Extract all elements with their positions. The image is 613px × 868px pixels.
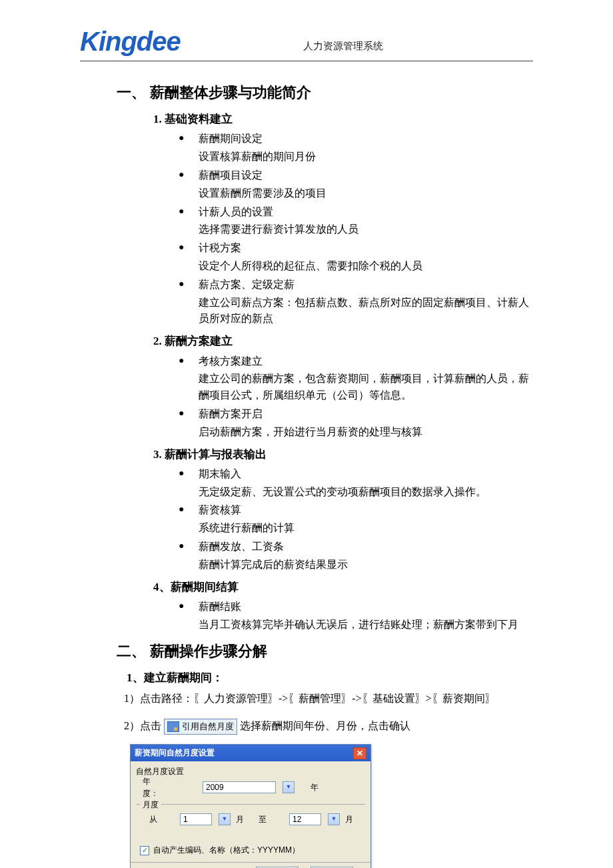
month-from-input[interactable]: 1 [180, 813, 212, 825]
list-item: 薪点方案、定级定薪 建立公司薪点方案：包括薪点数、薪点所对应的固定薪酬项目、计薪… [179, 277, 533, 327]
sub-1-3-list: 期末输入 无定级定薪、无设置公式的变动项薪酬项目的数据录入操作。 薪资核算 系统… [179, 466, 533, 573]
item-title: 薪酬发放、工资条 [199, 541, 284, 552]
month-to-label: 至 [259, 813, 267, 826]
item-title: 薪酬期间设定 [199, 133, 263, 144]
item-desc: 启动薪酬方案，开始进行当月薪资的处理与核算 [199, 424, 533, 441]
year-input[interactable]: 2009 [203, 781, 276, 793]
quote-month-label: 引用自然月度 [182, 720, 234, 733]
period-month-dialog: 薪资期间自然月度设置 ✕ 自然月度设置 年度： 2009 ▼ 年 [130, 744, 371, 868]
item-desc: 系统进行薪酬的计算 [199, 520, 533, 537]
item-desc: 当月工资核算完毕并确认无误后，进行结账处理；薪酬方案带到下月 [199, 617, 533, 633]
list-item: 薪酬结账 当月工资核算完毕并确认无误后，进行结账处理；薪酬方案带到下月 [179, 599, 533, 633]
document-icon [167, 721, 179, 732]
step-1-path: 1）点击路径：〖人力资源管理〗->〖薪酬管理〗->〖基础设置〗>〖薪资期间〗 [124, 691, 533, 707]
sub-1-2-list: 考核方案建立 建立公司的薪酬方案，包含薪资期间，薪酬项目，计算薪酬的人员，薪酬项… [179, 353, 533, 441]
item-desc: 设置薪酬所需要涉及的项目 [199, 185, 533, 202]
section-1-heading: 一、 薪酬整体步骤与功能简介 [117, 81, 533, 104]
list-item: 计薪人员的设置 选择需要进行薪资计算发放的人员 [179, 204, 533, 239]
dialog-separator [131, 862, 370, 863]
item-desc: 无定级定薪、无设置公式的变动项薪酬项目的数据录入操作。 [199, 484, 533, 501]
list-item: 薪酬项目设定 设置薪酬所需要涉及的项目 [179, 167, 533, 202]
sub-1-2-heading: 2. 薪酬方案建立 [153, 333, 533, 350]
header-subtitle: 人力资源管理系统 [154, 40, 533, 57]
list-item: 薪资核算 系统进行薪酬的计算 [179, 502, 533, 537]
item-title: 期末输入 [199, 468, 241, 479]
month-from-label: 从 [149, 813, 157, 826]
item-title: 薪点方案、定级定薪 [199, 279, 295, 290]
dialog-title-text: 薪资期间自然月度设置 [135, 747, 215, 759]
month-unit-1: 月 [236, 813, 244, 826]
month-unit-2: 月 [345, 813, 353, 826]
group-label: 自然月度设置 [136, 767, 184, 776]
chevron-down-icon[interactable]: ▼ [219, 813, 231, 825]
autogen-label: 自动产生编码、名称（格式：YYYYMM） [153, 844, 300, 857]
autogen-checkbox[interactable]: ✓ [140, 846, 149, 855]
step-2-line: 2）点击 引用自然月度 选择薪酬期间年份、月份，点击确认 [124, 718, 533, 735]
year-suffix: 年 [310, 781, 318, 794]
item-title: 薪资核算 [199, 504, 241, 515]
sub-1-1-list: 薪酬期间设定 设置核算薪酬的期间月份 薪酬项目设定 设置薪酬所需要涉及的项目 计… [179, 131, 533, 327]
item-title: 薪酬结账 [199, 601, 241, 612]
item-title: 薪酬方案开启 [199, 408, 263, 419]
list-item: 薪酬方案开启 启动薪酬方案，开始进行当月薪资的处理与核算 [179, 406, 533, 441]
item-title: 考核方案建立 [199, 355, 263, 367]
item-desc: 薪酬计算完成后的薪资结果显示 [199, 557, 533, 573]
step-2-suffix: 选择薪酬期间年份、月份，点击确认 [240, 720, 410, 731]
dialog-titlebar: 薪资期间自然月度设置 ✕ [131, 745, 370, 761]
sub-1-1-heading: 1. 基础资料建立 [153, 111, 533, 128]
sub-1-4-heading: 4、薪酬期间结算 [153, 579, 533, 596]
month-group-label: 月度 [140, 799, 161, 811]
list-item: 薪酬期间设定 设置核算薪酬的期间月份 [179, 131, 533, 165]
list-item: 计税方案 设定个人所得税的起征点、需要扣除个税的人员 [179, 240, 533, 275]
step-2-prefix: 2）点击 [124, 720, 161, 731]
year-label: 年度： [143, 775, 165, 800]
header-divider [80, 61, 533, 61]
chevron-down-icon[interactable]: ▼ [328, 813, 340, 825]
item-desc: 建立公司的薪酬方案，包含薪资期间，薪酬项目，计算薪酬的人员，薪酬项目公式，所属组… [199, 371, 533, 404]
sub-1-3-heading: 3. 薪酬计算与报表输出 [153, 446, 533, 463]
item-title: 薪酬项目设定 [199, 169, 263, 181]
month-to-input[interactable]: 12 [289, 813, 321, 825]
item-desc: 建立公司薪点方案：包括薪点数、薪点所对应的固定薪酬项目、计薪人员所对应的新点 [199, 295, 533, 328]
item-title: 计税方案 [199, 242, 241, 253]
item-desc: 设定个人所得税的起征点、需要扣除个税的人员 [199, 258, 533, 275]
item-desc: 选择需要进行薪资计算发放的人员 [199, 221, 533, 238]
chevron-down-icon[interactable]: ▼ [283, 781, 295, 793]
quote-month-button[interactable]: 引用自然月度 [164, 719, 237, 735]
sub-1-4-list: 薪酬结账 当月工资核算完毕并确认无误后，进行结账处理；薪酬方案带到下月 [179, 599, 533, 633]
item-title: 计薪人员的设置 [199, 206, 273, 217]
item-desc: 设置核算薪酬的期间月份 [199, 149, 533, 165]
close-icon[interactable]: ✕ [353, 747, 366, 759]
list-item: 期末输入 无定级定薪、无设置公式的变动项薪酬项目的数据录入操作。 [179, 466, 533, 501]
list-item: 薪酬发放、工资条 薪酬计算完成后的薪资结果显示 [179, 539, 533, 573]
section-2-heading: 二、 薪酬操作步骤分解 [117, 640, 533, 663]
list-item: 考核方案建立 建立公司的薪酬方案，包含薪资期间，薪酬项目，计算薪酬的人员，薪酬项… [179, 353, 533, 404]
step-1-heading: 1、建立薪酬期间： [127, 669, 533, 687]
